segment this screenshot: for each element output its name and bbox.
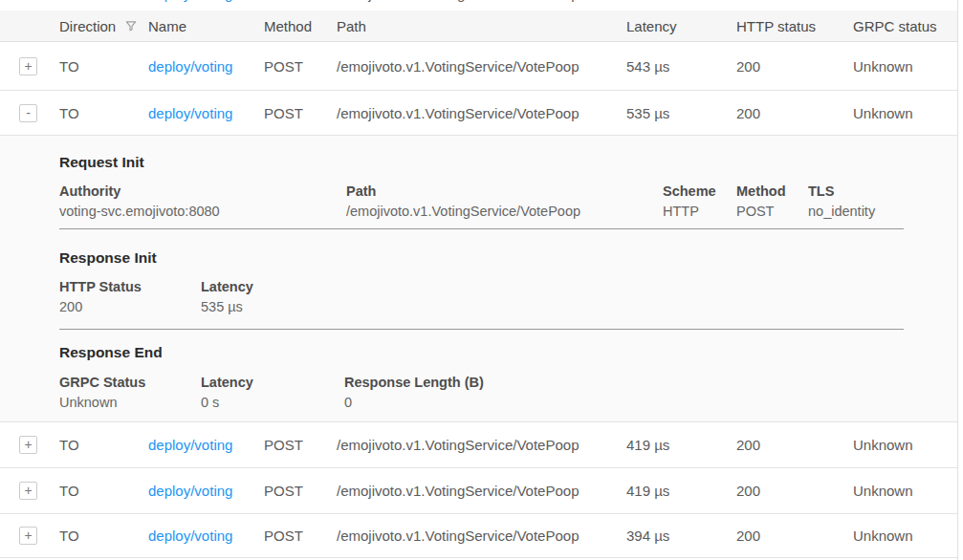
name-link[interactable]: deploy/voting xyxy=(148,483,232,499)
response-end-title: Response End xyxy=(59,330,957,361)
response-init-title: Response Init xyxy=(59,229,957,267)
table-row: + TO deploy/voting POST /emojivoto.v1.Vo… xyxy=(0,422,957,468)
name-link[interactable]: deploy/voting xyxy=(148,105,232,121)
grpc-status-cell: Unknown xyxy=(853,105,957,121)
table-row-expanded: - TO deploy/voting POST /emojivoto.v1.Vo… xyxy=(0,91,957,136)
direction-cell: TO xyxy=(59,58,148,75)
field-latency: Latency 535 µs xyxy=(201,279,957,315)
method-cell: POST xyxy=(264,483,337,499)
field-label: Path xyxy=(346,183,663,200)
name-link[interactable]: deploy/voting xyxy=(148,0,232,2)
field-label: Latency xyxy=(201,279,957,295)
name-link[interactable]: deploy/voting xyxy=(148,437,232,453)
path-cell: /emojivoto.v1.VotingService/VotePoop xyxy=(337,0,626,3)
field-label: TLS xyxy=(808,183,957,200)
method-cell: POST xyxy=(264,528,337,544)
field-value: 0 xyxy=(344,395,957,411)
field-grpc-status: GRPC Status Unknown xyxy=(59,375,201,411)
column-header-label: Direction xyxy=(59,18,116,34)
direction-cell: TO xyxy=(59,105,148,121)
http-status-cell: 200 xyxy=(736,483,853,499)
field-value: voting-svc.emojivoto:8080 xyxy=(59,204,346,220)
http-status-cell: 200 xyxy=(736,437,853,453)
table-row: TO deploy/voting POST /emojivoto.v1.Voti… xyxy=(0,0,957,3)
column-header-latency: Latency xyxy=(626,18,736,34)
field-tls: TLS no_identity xyxy=(808,183,957,220)
latency-cell: 535 µs xyxy=(626,105,736,121)
field-value: POST xyxy=(736,204,808,220)
field-label: Scheme xyxy=(663,183,736,200)
http-status-cell: 200 xyxy=(736,58,853,75)
column-header-grpc-status: GRPC status xyxy=(853,18,957,34)
field-label: Response Length (B) xyxy=(344,375,957,391)
method-cell: POST xyxy=(264,0,337,3)
collapse-row-button[interactable]: - xyxy=(19,104,37,122)
field-latency: Latency 0 s xyxy=(201,375,344,411)
field-scheme: Scheme HTTP xyxy=(663,183,736,220)
field-value: HTTP xyxy=(663,204,736,220)
response-init-fields: HTTP Status 200 Latency 535 µs xyxy=(59,279,957,315)
direction-cell: TO xyxy=(59,483,148,499)
field-label: Latency xyxy=(201,375,344,391)
field-http-status: HTTP Status 200 xyxy=(59,279,201,315)
direction-cell: TO xyxy=(59,437,148,453)
latency-cell: 419 µs xyxy=(626,483,736,499)
field-response-length: Response Length (B) 0 xyxy=(344,375,957,411)
path-cell: /emojivoto.v1.VotingService/VotePoop xyxy=(337,58,626,75)
column-header-http-status: HTTP status xyxy=(736,18,853,34)
field-value: /emojivoto.v1.VotingService/VotePoop xyxy=(346,204,663,220)
field-authority: Authority voting-svc.emojivoto:8080 xyxy=(59,183,346,220)
path-cell: /emojivoto.v1.VotingService/VotePoop xyxy=(337,528,626,544)
field-label: Method xyxy=(736,183,808,200)
field-value: 200 xyxy=(59,299,201,315)
field-value: no_identity xyxy=(808,204,957,220)
table-row: + TO deploy/voting POST /emojivoto.v1.Vo… xyxy=(0,42,957,91)
latency-cell: 419 µs xyxy=(626,437,736,453)
expand-row-button[interactable]: + xyxy=(19,482,37,500)
latency-cell: 394 µs xyxy=(626,528,736,544)
method-cell: POST xyxy=(264,58,337,75)
method-cell: POST xyxy=(264,437,337,453)
http-status-cell: 200 xyxy=(736,105,853,121)
method-cell: POST xyxy=(264,105,337,121)
direction-cell: TO xyxy=(59,0,148,3)
grpc-status-cell: Unknown xyxy=(853,58,957,75)
latency-cell: 543 µs xyxy=(626,58,736,75)
grpc-status-cell: Unknown xyxy=(853,437,957,453)
path-cell: /emojivoto.v1.VotingService/VotePoop xyxy=(337,105,626,121)
field-path: Path /emojivoto.v1.VotingService/VotePoo… xyxy=(346,183,663,220)
expanded-detail-panel: Request Init Authority voting-svc.emojiv… xyxy=(0,136,957,422)
name-link[interactable]: deploy/voting xyxy=(148,58,232,75)
expand-row-button[interactable]: + xyxy=(19,57,37,75)
column-header-method: Method xyxy=(264,18,337,34)
field-label: Authority xyxy=(59,183,346,200)
response-end-fields: GRPC Status Unknown Latency 0 s Response… xyxy=(59,375,957,411)
path-cell: /emojivoto.v1.VotingService/VotePoop xyxy=(337,437,626,453)
expand-row-button[interactable]: + xyxy=(19,527,37,545)
clipped-top-row: TO deploy/voting POST /emojivoto.v1.Voti… xyxy=(0,0,957,11)
field-label: GRPC Status xyxy=(59,375,201,391)
column-header-name: Name xyxy=(148,18,264,34)
table-row: + TO deploy/voting POST /emojivoto.v1.Vo… xyxy=(0,468,957,514)
field-value: 0 s xyxy=(201,395,344,411)
grpc-status-cell: Unknown xyxy=(853,483,957,499)
table-header: Direction Name Method Path Latency HTTP … xyxy=(0,11,957,42)
field-label: HTTP Status xyxy=(59,279,201,295)
table-row: + TO deploy/voting POST /emojivoto.v1.Vo… xyxy=(0,514,957,558)
column-header-path: Path xyxy=(337,18,626,34)
tap-table-card: TO deploy/voting POST /emojivoto.v1.Voti… xyxy=(0,0,958,560)
request-init-fields: Authority voting-svc.emojivoto:8080 Path… xyxy=(59,183,957,220)
column-header-direction: Direction xyxy=(59,18,148,34)
field-method: Method POST xyxy=(736,183,808,220)
field-value: Unknown xyxy=(59,395,201,411)
http-status-cell: 200 xyxy=(736,528,853,544)
filter-icon[interactable] xyxy=(124,19,138,32)
expand-row-button[interactable]: + xyxy=(19,436,37,454)
path-cell: /emojivoto.v1.VotingService/VotePoop xyxy=(337,483,626,499)
request-init-title: Request Init xyxy=(59,136,957,171)
grpc-status-cell: Unknown xyxy=(853,528,957,544)
direction-cell: TO xyxy=(59,528,148,544)
field-value: 535 µs xyxy=(201,299,957,315)
name-link[interactable]: deploy/voting xyxy=(148,528,232,544)
